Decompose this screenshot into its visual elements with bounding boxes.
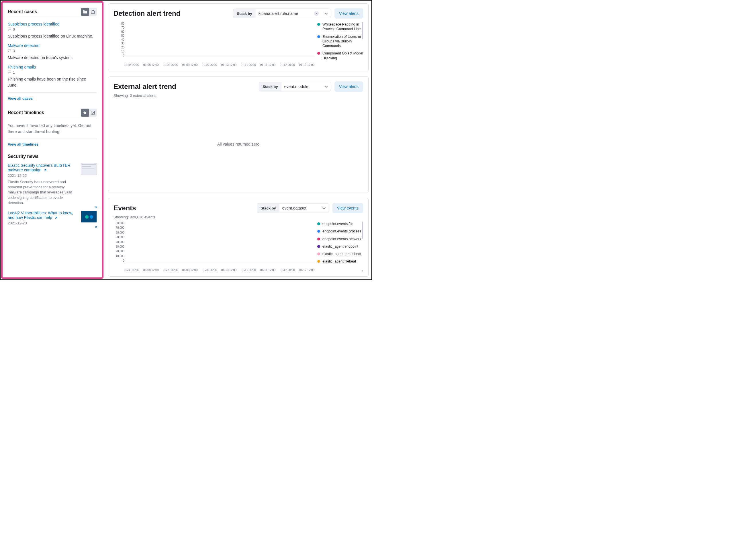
news-desc: Elastic Security has uncovered and provi… (8, 179, 78, 206)
legend-item[interactable]: elastic_agent.metricbeat (317, 252, 363, 256)
sidebar: Recent cases i Suspicious process identi… (1, 1, 104, 279)
legend-item[interactable]: endpoint.events.process (317, 229, 363, 233)
stack-by-value: event.module (284, 84, 308, 89)
case-link[interactable]: Malware detected (8, 43, 40, 48)
news-link[interactable]: Log4j2 Vulnerabilities: What to know, an… (8, 211, 73, 220)
main: Detection alert trend Stack by kibana.al… (104, 1, 371, 279)
svg-point-5 (90, 215, 93, 219)
clear-icon[interactable]: ✕ (314, 11, 319, 16)
legend-item[interactable]: elastic_agent.filebeat (317, 259, 363, 264)
detection-panel: Detection alert trend Stack by kibana.al… (108, 3, 369, 71)
svg-point-4 (85, 215, 88, 219)
chart-legend: endpoint.events.fileendpoint.events.proc… (317, 222, 363, 272)
case-item: Malware detected 3 Malware detected on t… (8, 43, 97, 61)
news-item: Log4j2 Vulnerabilities: What to know, an… (8, 211, 97, 225)
stack-by-label: Stack by (233, 9, 255, 18)
stack-by-select[interactable]: Stack by kibana.alert.rule.name ✕ (233, 9, 331, 18)
timelines-empty: You haven't favorited any timelines yet.… (8, 123, 97, 135)
news-date: 2021-12-22 (8, 174, 78, 178)
legend-label: Whitespace Padding in Process Command Li… (323, 22, 363, 32)
recent-cases-title: Recent cases (8, 9, 37, 14)
news-date: 2021-12-20 (8, 221, 78, 225)
favorites-icon[interactable] (81, 109, 89, 117)
news-thumbnail (81, 163, 97, 175)
edit-timeline-icon[interactable] (89, 109, 97, 117)
events-chart: 80,00070,00060,00050,00040,00030,00020,0… (113, 222, 314, 272)
case-link[interactable]: Phishing emails (8, 65, 36, 69)
case-item: Phishing emails 1 Phishing emails have b… (8, 65, 97, 88)
view-events-button[interactable]: View events (332, 203, 363, 213)
news-link[interactable]: Elastic Security uncovers BLISTER malwar… (8, 163, 71, 172)
view-all-cases-link[interactable]: View all cases (8, 96, 33, 101)
comment-icon (8, 71, 11, 75)
scroll-indicator[interactable] (362, 222, 363, 239)
legend-swatch (317, 253, 320, 255)
panel-title: External alert trend (113, 82, 176, 90)
panel-subtitle: Showing: 0 external alerts (113, 94, 363, 98)
legend-item[interactable]: Enumeration of Users or Groups via Built… (317, 34, 363, 48)
events-panel: Events Stack by event.dataset View event… (108, 198, 369, 276)
empty-state: All values returned zero (113, 100, 363, 188)
case-item: Suspicious process identified 0 Suspicio… (8, 22, 97, 39)
external-link-icon[interactable] (94, 225, 98, 230)
legend-label: Enumeration of Users or Groups via Built… (323, 34, 363, 48)
detection-chart: 80706050403020100 01-08 00:0001-08 12:00… (113, 22, 314, 67)
panel-title: Detection alert trend (113, 9, 180, 17)
case-link[interactable]: Suspicious process identified (8, 22, 60, 26)
external-link-icon (54, 216, 58, 220)
chevron-down-icon[interactable] (322, 82, 331, 91)
comment-icon (8, 28, 11, 32)
case-comments: 1 (13, 71, 15, 75)
legend-item[interactable]: endpoint.events.file (317, 222, 363, 226)
view-all-timelines-link[interactable]: View all timelines (8, 142, 38, 146)
stack-by-value: kibana.alert.rule.name (259, 11, 298, 16)
recent-cases-icon[interactable]: i (81, 8, 89, 16)
external-link-icon[interactable] (94, 206, 98, 210)
legend-swatch (317, 52, 320, 55)
create-case-icon[interactable] (89, 8, 97, 16)
legend-swatch (317, 230, 320, 233)
scroll-indicator[interactable] (362, 22, 363, 39)
panel-title: Events (113, 204, 136, 212)
legend-swatch (317, 222, 320, 225)
legend-item[interactable]: elastic_agent.endpoint (317, 244, 363, 249)
legend-swatch (317, 35, 320, 38)
case-desc: Malware detected on team's system. (8, 55, 97, 61)
view-alerts-button[interactable]: View alerts (334, 8, 363, 18)
stack-by-label: Stack by (257, 204, 279, 213)
panel-subtitle: Showing: 829,010 events (113, 215, 363, 219)
legend-swatch (317, 245, 320, 248)
legend-swatch (317, 237, 320, 240)
external-panel: External alert trend Stack by event.modu… (108, 77, 369, 193)
case-comments: 3 (13, 49, 15, 53)
comment-icon (8, 49, 11, 53)
legend-swatch (317, 23, 320, 26)
legend-item[interactable]: endpoint.events.network (317, 237, 363, 241)
legend-label: elastic_agent.filebeat (323, 259, 356, 264)
scroll-indicator[interactable] (362, 270, 363, 272)
view-alerts-button[interactable]: View alerts (334, 81, 363, 92)
chevron-down-icon[interactable] (320, 203, 329, 213)
case-desc: Suspicious process identified on Linux m… (8, 33, 97, 39)
legend-item[interactable]: Whitespace Padding in Process Command Li… (317, 22, 363, 32)
svg-text:i: i (86, 12, 86, 13)
chevron-down-icon[interactable] (322, 9, 331, 18)
stack-by-select[interactable]: Stack by event.dataset (257, 203, 329, 213)
stack-by-label: Stack by (259, 82, 281, 91)
security-news-title: Security news (8, 154, 97, 159)
legend-item[interactable]: Component Object Model Hijacking (317, 51, 363, 61)
external-link-icon (44, 169, 47, 172)
legend-label: endpoint.events.network (323, 237, 361, 241)
legend-label: elastic_agent.metricbeat (323, 252, 361, 256)
stack-by-select[interactable]: Stack by event.module (259, 82, 331, 91)
legend-swatch (317, 260, 320, 263)
case-desc: Phishing emails have been on the rise si… (8, 76, 97, 88)
case-comments: 0 (13, 28, 15, 32)
news-thumbnail (81, 211, 97, 223)
legend-label: endpoint.events.process (323, 229, 361, 233)
recent-timelines-title: Recent timelines (8, 110, 44, 115)
legend-label: Component Object Model Hijacking (323, 51, 363, 61)
chart-legend: Whitespace Padding in Process Command Li… (317, 22, 363, 67)
legend-label: elastic_agent.endpoint (323, 244, 358, 249)
stack-by-value: event.dataset (282, 206, 306, 210)
